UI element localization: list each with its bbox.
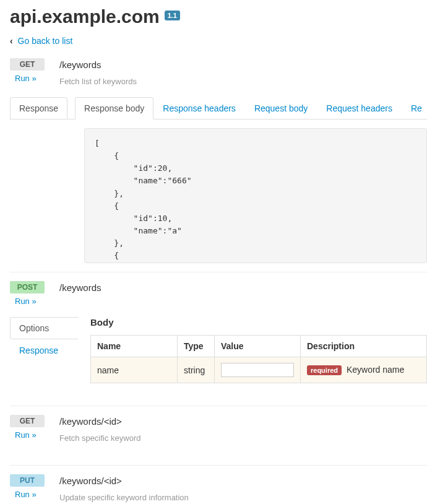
method-badge-get: GET <box>10 415 45 427</box>
param-type: string <box>178 357 215 383</box>
col-header-name: Name <box>91 336 178 357</box>
method-badge-get: GET <box>10 58 45 71</box>
endpoint-description: Fetch list of keywords <box>59 77 137 86</box>
endpoint-path: /keywords <box>59 58 427 70</box>
col-header-value: Value <box>215 336 301 357</box>
divider <box>10 272 427 272</box>
body-params-table: Name Type Value Description name string <box>90 335 427 383</box>
tab-response[interactable]: Response <box>10 97 67 119</box>
divider <box>10 406 427 406</box>
run-button[interactable]: Run » <box>10 490 37 499</box>
method-badge-post: POST <box>10 281 45 293</box>
side-tab-response[interactable]: Response <box>10 339 79 362</box>
response-tabs: Response Response body Response headers … <box>10 97 427 119</box>
tab-response-headers[interactable]: Response headers <box>153 97 245 119</box>
param-value-input[interactable] <box>221 363 294 377</box>
version-badge: 1.1 <box>165 11 180 20</box>
tab-request-headers[interactable]: Request headers <box>317 97 402 119</box>
method-badge-put: PUT <box>10 474 45 487</box>
response-body-code: [ { "id":20, "name":"666" }, { "id":10, … <box>84 128 427 263</box>
run-button[interactable]: Run » <box>10 297 37 306</box>
tab-response-body[interactable]: Response body <box>75 97 153 119</box>
side-tab-options[interactable]: Options <box>10 317 79 339</box>
endpoint-path: /keywords/<id> <box>59 415 427 427</box>
param-description: Keyword name <box>347 365 404 375</box>
tab-request-extra[interactable]: Re <box>402 97 427 119</box>
chevron-left-icon: ‹ <box>10 36 13 46</box>
back-link[interactable]: ‹ Go back to list <box>10 36 427 46</box>
col-header-type: Type <box>178 336 215 357</box>
endpoint-description: Update specific keyword information <box>59 493 189 502</box>
table-row: name string required Keyword name <box>91 357 427 383</box>
endpoint-description: Fetch specific keyword <box>59 433 141 443</box>
body-section-title: Body <box>90 317 427 328</box>
run-button[interactable]: Run » <box>10 430 37 440</box>
endpoint-path: /keywords <box>59 281 427 293</box>
divider <box>10 465 427 466</box>
run-button[interactable]: Run » <box>10 74 37 83</box>
param-name: name <box>91 357 178 383</box>
page-title: api.example.com <box>10 6 160 27</box>
required-badge: required <box>307 365 342 375</box>
param-value-cell <box>215 357 301 383</box>
col-header-description: Description <box>301 336 427 357</box>
back-link-text[interactable]: Go back to list <box>18 36 73 46</box>
options-side-tabs: Options Response <box>10 317 78 362</box>
param-description-cell: required Keyword name <box>301 357 427 383</box>
endpoint-path: /keywords/<id> <box>59 474 427 486</box>
tab-request-body[interactable]: Request body <box>245 97 317 119</box>
